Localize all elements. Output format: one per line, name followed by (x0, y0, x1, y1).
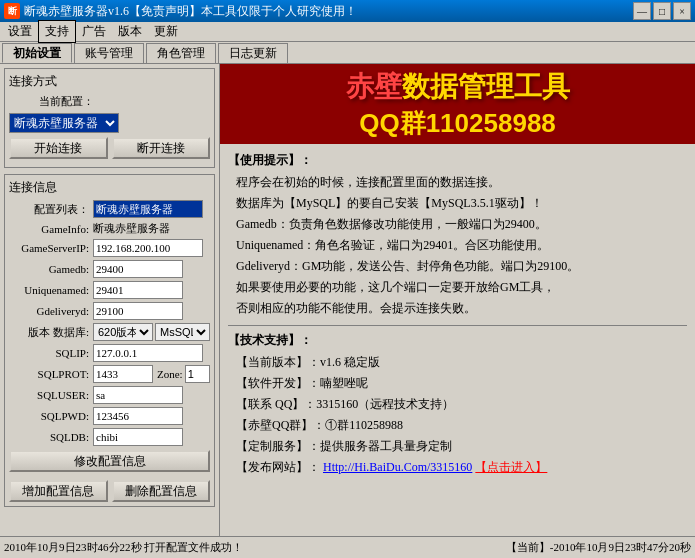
add-config-button[interactable]: 增加配置信息 (9, 480, 108, 502)
website-row: 【发布网站】： Http://Hi.BaiDu.Com/3315160 【点击进… (228, 458, 687, 476)
gameserverip-row: GameServerIP: (9, 239, 210, 257)
main-layout: 连接方式 当前配置： 断魂赤壁服务器 开始连接 断开连接 连接信息 配置列表： (0, 64, 695, 536)
uniquenamed-label: Uniquenamed: (9, 284, 89, 296)
usage-line-4: Gdeliveryd：GM功能，发送公告、封停角色功能。端口为29100。 (228, 257, 687, 275)
sqlpwd-row: SQLPWD: (9, 407, 210, 425)
delete-config-button[interactable]: 删除配置信息 (112, 480, 211, 502)
sqlprot-label: SQLPROT: (9, 368, 89, 380)
menu-update[interactable]: 更新 (148, 21, 184, 42)
website-url[interactable]: Http://Hi.BaiDu.Com/3315160 (323, 460, 472, 474)
status-left: 2010年10月9日23时46分22秒 打开配置文件成功！ (4, 540, 506, 555)
maximize-button[interactable]: □ (653, 2, 671, 20)
divider (228, 325, 687, 326)
sqldb-row: SQLDB: (9, 428, 210, 446)
right-header: 赤壁数据管理工具 QQ群110258988 (220, 64, 695, 144)
close-button[interactable]: × (673, 2, 691, 20)
gameinfo-row: GameInfo: 断魂赤壁服务器 (9, 221, 210, 236)
status-right: 【当前】-2010年10月9日23时47分20秒 (506, 540, 691, 555)
modify-config-button[interactable]: 修改配置信息 (9, 450, 210, 472)
title-chibi: 赤壁 (346, 71, 402, 102)
menu-version[interactable]: 版本 (112, 21, 148, 42)
config-select[interactable]: 断魂赤壁服务器 (9, 113, 119, 133)
qq-number: 110258988 (426, 108, 556, 138)
connection-method-title: 连接方式 (9, 73, 210, 90)
sqlip-input[interactable] (93, 344, 203, 362)
extra-btns: 增加配置信息 删除配置信息 (9, 480, 210, 502)
sqlpwd-input[interactable] (93, 407, 183, 425)
gamedb-input[interactable] (93, 260, 183, 278)
tab-role-management[interactable]: 角色管理 (146, 43, 216, 63)
gameserverip-label: GameServerIP: (9, 242, 89, 254)
menu-ad[interactable]: 广告 (76, 21, 112, 42)
left-panel: 连接方式 当前配置： 断魂赤壁服务器 开始连接 断开连接 连接信息 配置列表： (0, 64, 220, 536)
sqlip-row: SQLIP: (9, 344, 210, 362)
tab-account-management[interactable]: 账号管理 (74, 43, 144, 63)
usage-line-6: 否则相应的功能不能使用。会提示连接失败。 (228, 299, 687, 317)
sqldb-label: SQLDB: (9, 431, 89, 443)
config-list-label: 配置列表： (9, 202, 89, 217)
sqluser-input[interactable] (93, 386, 183, 404)
qq-contact: 【联系 QQ】：3315160（远程技术支持） (228, 395, 687, 413)
usage-line-2: Gamedb：负责角色数据修改功能使用，一般端口为29400。 (228, 215, 687, 233)
db-type-select[interactable]: MsSQL库 (155, 323, 210, 341)
menu-support[interactable]: 支持 (38, 20, 76, 43)
gdeliveryd-input[interactable] (93, 302, 183, 320)
usage-tips-section: 【使用提示】： 程序会在初始的时候，连接配置里面的数据连接。 数据库为【MySQ… (228, 152, 687, 317)
tab-initial-settings[interactable]: 初始设置 (2, 43, 72, 63)
gdeliveryd-label: Gdeliveryd: (9, 305, 89, 317)
disconnect-button[interactable]: 断开连接 (112, 137, 211, 159)
sqldb-input[interactable] (93, 428, 183, 446)
title-bar: 断 断魂赤壁服务器v1.6【免责声明】本工具仅限于个人研究使用！ — □ × (0, 0, 695, 22)
menu-settings[interactable]: 设置 (2, 21, 38, 42)
status-bar: 2010年10月9日23时46分22秒 打开配置文件成功！ 【当前】-2010年… (0, 536, 695, 558)
sqluser-row: SQLUSER: (9, 386, 210, 404)
connect-button[interactable]: 开始连接 (9, 137, 108, 159)
gamedb-row: Gamedb: (9, 260, 210, 278)
right-title: 赤壁数据管理工具 (346, 68, 570, 106)
sqlprot-input[interactable] (93, 365, 153, 383)
tech-support-header: 【技术支持】： (228, 332, 687, 349)
usage-line-0: 程序会在初始的时候，连接配置里面的数据连接。 (228, 173, 687, 191)
right-content: 【使用提示】： 程序会在初始的时候，连接配置里面的数据连接。 数据库为【MySQ… (220, 144, 695, 536)
zone-input[interactable] (185, 365, 210, 383)
current-config-row: 当前配置： (9, 94, 210, 109)
config-select-row: 断魂赤壁服务器 (9, 113, 210, 133)
qq-label: QQ群 (359, 108, 425, 138)
qq-display: QQ群110258988 (359, 106, 556, 141)
gameinfo-value: 断魂赤壁服务器 (93, 221, 170, 236)
config-list-input[interactable] (93, 200, 203, 218)
menu-bar: 设置 支持 广告 版本 更新 (0, 22, 695, 42)
uniquenamed-input[interactable] (93, 281, 183, 299)
usage-line-3: Uniquenamed：角色名验证，端口为29401。合区功能使用。 (228, 236, 687, 254)
custom-info: 【定制服务】：提供服务器工具量身定制 (228, 437, 687, 455)
version-info: 【当前版本】：v1.6 稳定版 (228, 353, 687, 371)
conn-info-title: 连接信息 (9, 179, 210, 196)
tab-bar: 初始设置 账号管理 角色管理 日志更新 (0, 42, 695, 64)
sqluser-label: SQLUSER: (9, 389, 89, 401)
version-label: 版本 数据库: (9, 325, 89, 340)
window-title: 断魂赤壁服务器v1.6【免责声明】本工具仅限于个人研究使用！ (24, 3, 633, 20)
version-row: 版本 数据库: 620版本 MsSQL库 (9, 323, 210, 341)
usage-tips-header: 【使用提示】： (228, 152, 687, 169)
zone-label: Zone: (157, 368, 183, 380)
dev-info: 【软件开发】：喃塑唑呢 (228, 374, 687, 392)
sqlip-label: SQLIP: (9, 347, 89, 359)
minimize-button[interactable]: — (633, 2, 651, 20)
usage-line-5: 如果要使用必要的功能，这几个端口一定要开放给GM工具， (228, 278, 687, 296)
window-controls: — □ × (633, 2, 691, 20)
gdeliveryd-row: Gdeliveryd: (9, 302, 210, 320)
tech-support-section: 【技术支持】： 【当前版本】：v1.6 稳定版 【软件开发】：喃塑唑呢 【联系 … (228, 332, 687, 476)
connection-method-section: 连接方式 当前配置： 断魂赤壁服务器 开始连接 断开连接 (4, 68, 215, 168)
tab-log-update[interactable]: 日志更新 (218, 43, 288, 63)
chibi-qq: 【赤壁QQ群】：①群110258988 (228, 416, 687, 434)
gameserverip-input[interactable] (93, 239, 203, 257)
gamedb-label: Gamedb: (9, 263, 89, 275)
version-select[interactable]: 620版本 (93, 323, 153, 341)
website-link-text[interactable]: 【点击进入】 (475, 460, 547, 474)
usage-line-1: 数据库为【MySQL】的要自己安装【MySQL3.5.1驱动】！ (228, 194, 687, 212)
sqlpwd-label: SQLPWD: (9, 410, 89, 422)
app-icon: 断 (4, 3, 20, 19)
website-label: 【发布网站】： (236, 460, 320, 474)
uniquenamed-row: Uniquenamed: (9, 281, 210, 299)
config-list-row: 配置列表： (9, 200, 210, 218)
